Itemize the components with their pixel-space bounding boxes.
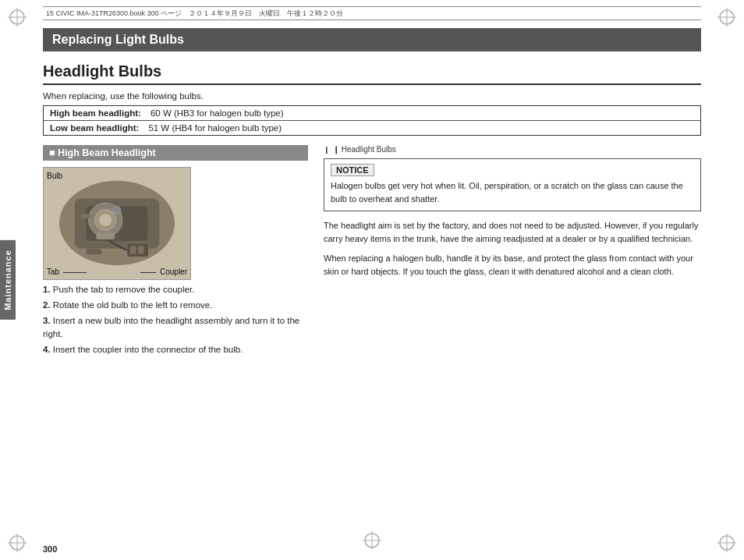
svg-rect-28 [81, 214, 90, 218]
col-left: ■ High Beam Headlight [43, 145, 308, 359]
center-bottom-mark [361, 530, 383, 554]
section-title: Replacing Light Bulbs [52, 33, 184, 46]
notice-text: Halogen bulbs get very hot when lit. Oil… [331, 179, 694, 206]
right-para-2: When replacing a halogen bulb, handle it… [324, 252, 701, 278]
sidebar-tab: Maintenance [0, 240, 16, 320]
svg-point-27 [113, 206, 121, 214]
spec-row-low: Low beam headlight: 51 W (HB4 for haloge… [44, 121, 700, 135]
headlight-image: Bulb Tab Coupler [43, 167, 191, 280]
breadcrumb-right: ❙ ❙ Headlight Bulbs [324, 145, 701, 154]
svg-rect-25 [87, 249, 102, 255]
breadcrumb-icon: ❙ [324, 146, 330, 154]
bulb-label: Bulb [47, 172, 62, 180]
page-number: 300 [43, 544, 57, 554]
right-body-text: The headlight aim is set by the factory,… [324, 219, 701, 278]
coupler-label: Coupler [140, 268, 187, 276]
svg-rect-23 [130, 246, 136, 254]
corner-mark-br [716, 532, 738, 554]
col-right: ❙ ❙ Headlight Bulbs NOTICE Halogen bulbs… [324, 145, 701, 359]
step-1: 1. Push the tab to remove the coupler. [43, 283, 308, 297]
corner-mark-bl [6, 532, 28, 554]
breadcrumb-text: ❙ Headlight Bulbs [333, 145, 396, 154]
step-3: 3. Insert a new bulb into the headlight … [43, 314, 308, 342]
tab-label: Tab [47, 268, 87, 276]
subsection-heading: ■ High Beam Headlight [43, 145, 308, 161]
svg-rect-26 [96, 233, 115, 239]
spec-label-high: High beam headlight: [44, 106, 147, 120]
spec-row-high: High beam headlight: 60 W (HB3 for halog… [44, 106, 700, 121]
notice-box: NOTICE Halogen bulbs get very hot when l… [324, 158, 701, 211]
svg-point-21 [99, 214, 112, 226]
corner-mark-tl [6, 6, 28, 28]
file-info-text: 15 CIVIC IMA-31TR26300.book 300 ページ ２０１４… [46, 9, 343, 19]
step-4: 4. Insert the coupler into the connector… [43, 343, 308, 357]
steps-list: 1. Push the tab to remove the coupler. 2… [43, 283, 308, 357]
corner-mark-tr [716, 6, 738, 28]
spec-value-low: 51 W (HB4 for halogen bulb type) [145, 121, 285, 135]
right-para-1: The headlight aim is set by the factory,… [324, 219, 701, 246]
section-title-bar: Replacing Light Bulbs [43, 28, 701, 51]
notice-title: NOTICE [331, 164, 374, 176]
spec-label-low: Low beam headlight: [44, 121, 145, 135]
intro-text: When replacing, use the following bulbs. [43, 91, 701, 101]
page-heading: Headlight Bulbs [43, 62, 701, 85]
step-2: 2. Rotate the old bulb to the left to re… [43, 299, 308, 313]
main-content: Replacing Light Bulbs Headlight Bulbs Wh… [43, 28, 701, 529]
top-bar: 15 CIVIC IMA-31TR26300.book 300 ページ ２０１４… [43, 6, 701, 20]
spec-table: High beam headlight: 60 W (HB3 for halog… [43, 105, 701, 136]
spec-value-high: 60 W (HB3 for halogen bulb type) [147, 106, 287, 120]
svg-rect-24 [138, 246, 144, 254]
two-col-layout: ■ High Beam Headlight [43, 145, 701, 359]
